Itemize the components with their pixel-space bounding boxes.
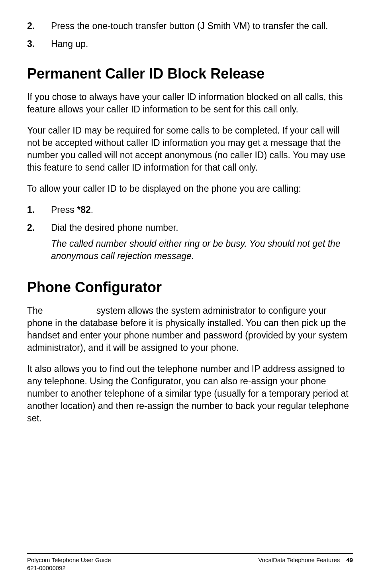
list-number: 2. [27,20,51,32]
step-note: The called number should either ring or … [51,238,353,262]
section-heading: Phone Configurator [27,279,353,296]
list-text: Hang up. [51,38,353,50]
footer-title: Polycom Telephone User Guide [27,556,111,564]
body-paragraph: The system allows the system administrat… [27,305,353,354]
list-item: 2. Press the one-touch transfer button (… [27,20,353,32]
list-item: 1. Press *82. [27,204,353,216]
paragraph-prefix: The [27,305,45,316]
list-number: 3. [27,38,51,50]
footer-rule [27,553,353,554]
section-heading: Permanent Caller ID Block Release [27,65,353,82]
list-text: Press *82. [51,204,353,216]
paragraph-gap [45,305,96,316]
body-paragraph: To allow your caller ID to be displayed … [27,183,353,195]
body-paragraph: It also allows you to find out the telep… [27,363,353,425]
footer-left: Polycom Telephone User Guide 621-0000009… [27,556,111,572]
list-item: 3. Hang up. [27,38,353,50]
body-paragraph: If you chose to always have your caller … [27,91,353,116]
list-number: 2. [27,222,51,262]
step-keycode: *82 [77,205,91,215]
list-text: Dial the desired phone number. The calle… [51,222,353,262]
list-text: Press the one-touch transfer button (J S… [51,20,353,32]
footer-right: VocalData Telephone Features49 [258,556,353,572]
page-footer: Polycom Telephone User Guide 621-0000009… [27,556,353,572]
list-item: 2. Dial the desired phone number. The ca… [27,222,353,262]
footer-docnum: 621-00000092 [27,564,111,572]
body-paragraph: Your caller ID may be required for some … [27,124,353,174]
step-prefix: Press [51,205,77,215]
step-prefix: Dial the desired phone number. [51,222,178,233]
step-suffix: . [91,205,93,215]
footer-page-number: 49 [346,557,353,563]
list-number: 1. [27,204,51,216]
footer-section-label: VocalData Telephone Features [258,557,340,563]
